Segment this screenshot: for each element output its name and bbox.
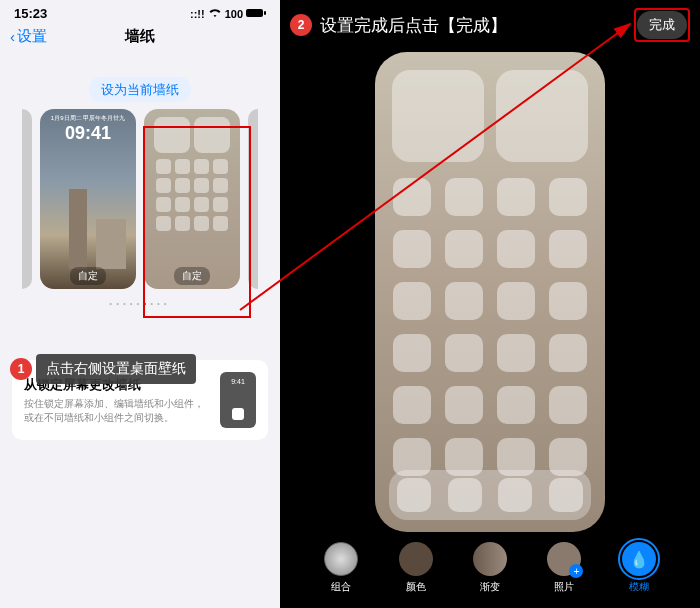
option-color[interactable]: 颜色 [399, 542, 433, 594]
annotation-highlight-box: 完成 [634, 8, 690, 42]
wifi-icon [208, 8, 222, 20]
status-bar: 15:23 ::!! 100 [0, 0, 280, 21]
step-badge: 2 [290, 14, 312, 36]
option-pair[interactable]: 组合 [324, 542, 358, 594]
chevron-left-icon: ‹ [10, 28, 15, 45]
customize-lock-button[interactable]: 自定 [70, 267, 106, 285]
step-badge: 1 [10, 358, 32, 380]
lock-time: 09:41 [40, 123, 136, 144]
battery-icon [246, 8, 266, 20]
annotation-step-1: 1 点击右侧设置桌面壁纸 [10, 354, 196, 384]
svg-rect-0 [246, 9, 263, 17]
homescreen-preview[interactable]: 自定 [144, 109, 240, 289]
dock [389, 470, 591, 520]
nav-bar: ‹ 设置 墙纸 [0, 21, 280, 54]
wallpaper-style-tabs: 组合 颜色 渐变 照片 💧 模糊 [280, 534, 700, 608]
widget-placeholder [154, 117, 190, 153]
settings-wallpaper-screen: 15:23 ::!! 100 ‹ 设置 墙纸 设为当前墙纸 [0, 0, 280, 608]
info-desc: 按住锁定屏幕添加、编辑墙纸和小组件，或在不同墙纸和小组件之间切换。 [24, 397, 210, 425]
building-image [96, 219, 126, 269]
step-text: 设置完成后点击【完成】 [316, 12, 511, 39]
step-text: 点击右侧设置桌面壁纸 [36, 354, 196, 384]
option-blur[interactable]: 💧 模糊 [622, 542, 656, 594]
option-photo[interactable]: 照片 [547, 542, 581, 594]
page-dots[interactable]: ••••••••• [0, 299, 280, 308]
clock-tower-image [69, 189, 87, 269]
lockscreen-preview[interactable]: 1月9日周二 甲辰年冬月廿九 09:41 自定 [40, 109, 136, 289]
info-thumbnail [220, 372, 256, 428]
back-button[interactable]: ‹ 设置 [10, 27, 47, 46]
home-wallpaper-preview[interactable] [375, 52, 605, 532]
app-icon-placeholder [393, 178, 431, 216]
status-icons: ::!! 100 [190, 8, 266, 20]
page-title: 墙纸 [125, 27, 155, 46]
customize-home-button[interactable]: 自定 [174, 267, 210, 285]
status-time: 15:23 [14, 6, 47, 21]
annotation-step-2: 2 设置完成后点击【完成】 [290, 12, 511, 39]
gradient-swatch-icon [473, 542, 507, 576]
photo-icon [547, 542, 581, 576]
widget-placeholder [496, 70, 588, 162]
widget-placeholder [392, 70, 484, 162]
home-wallpaper-editor-screen: 2 设置完成后点击【完成】 完成 [280, 0, 700, 608]
lock-date: 1月9日周二 甲辰年冬月廿九 [40, 114, 136, 123]
option-gradient[interactable]: 渐变 [473, 542, 507, 594]
blur-icon: 💧 [622, 542, 656, 576]
svg-rect-1 [264, 11, 266, 15]
widget-placeholder [194, 117, 230, 153]
wallpaper-next-peek[interactable] [248, 109, 258, 289]
wallpaper-prev-peek[interactable] [22, 109, 32, 289]
done-button[interactable]: 完成 [637, 11, 687, 39]
color-swatch-icon [399, 542, 433, 576]
app-icon-placeholder [156, 159, 171, 174]
set-current-wallpaper-button[interactable]: 设为当前墙纸 [0, 80, 280, 99]
pair-icon [324, 542, 358, 576]
